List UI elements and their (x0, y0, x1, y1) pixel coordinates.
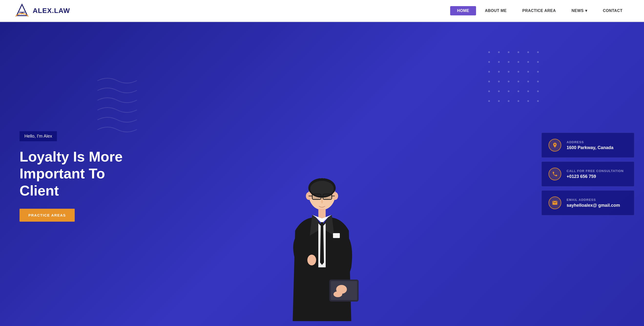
phone-card: CALL FOR FREE CONSULTATION +0123 656 759 (542, 162, 634, 186)
phone-value: +0123 656 759 (566, 174, 624, 179)
logo-icon: A (15, 4, 29, 18)
hero-headline: Loyalty Is More Important To Client (20, 148, 127, 199)
nav-home[interactable]: HOME (450, 6, 476, 16)
email-card: EMAIL ADDRESS sayhelloalex@ gmail.com (542, 190, 634, 215)
nav-about[interactable]: ABOUT ME (478, 6, 514, 16)
logo[interactable]: A ALEX.LAW (15, 4, 70, 18)
greeting-badge: Hello, I'm Alex (20, 131, 57, 141)
address-value: 1600 Parkway, Canada (566, 145, 614, 150)
svg-rect-16 (333, 233, 340, 238)
phone-text: CALL FOR FREE CONSULTATION +0123 656 759 (566, 169, 624, 179)
info-cards-container: ADDRESS 1600 Parkway, Canada CALL FOR FR… (542, 133, 634, 215)
practice-areas-button[interactable]: PRACTICE AREAS (20, 209, 75, 222)
svg-rect-15 (318, 209, 326, 218)
header: A ALEX.LAW HOME ABOUT ME PRACTICE AREA N… (0, 0, 644, 22)
nav-contact[interactable]: CONTACT (596, 6, 629, 16)
nav-practice[interactable]: PRACTICE AREA (516, 6, 563, 16)
svg-point-21 (334, 291, 342, 297)
logo-text: ALEX.LAW (33, 7, 70, 15)
dot-grid-decoration (488, 51, 542, 105)
email-icon (548, 196, 561, 209)
person-figure-svg (278, 174, 366, 326)
hero-content: Hello, I'm Alex Loyalty Is More Importan… (0, 22, 142, 326)
hero-section: Hello, I'm Alex Loyalty Is More Importan… (0, 22, 644, 326)
address-label: ADDRESS (566, 140, 614, 144)
main-nav: HOME ABOUT ME PRACTICE AREA NEWS ▾ CONTA… (450, 6, 629, 16)
svg-point-17 (307, 255, 316, 265)
hero-person-image (276, 174, 368, 326)
phone-icon (548, 168, 561, 180)
location-icon (548, 139, 561, 152)
email-text: EMAIL ADDRESS sayhelloalex@ gmail.com (566, 198, 620, 208)
phone-label: CALL FOR FREE CONSULTATION (566, 169, 624, 173)
email-label: EMAIL ADDRESS (566, 198, 620, 202)
nav-news[interactable]: NEWS ▾ (565, 6, 594, 16)
chevron-down-icon: ▾ (585, 8, 587, 13)
address-text: ADDRESS 1600 Parkway, Canada (566, 140, 614, 150)
email-value: sayhelloalex@ gmail.com (566, 203, 620, 208)
address-card: ADDRESS 1600 Parkway, Canada (542, 133, 634, 158)
